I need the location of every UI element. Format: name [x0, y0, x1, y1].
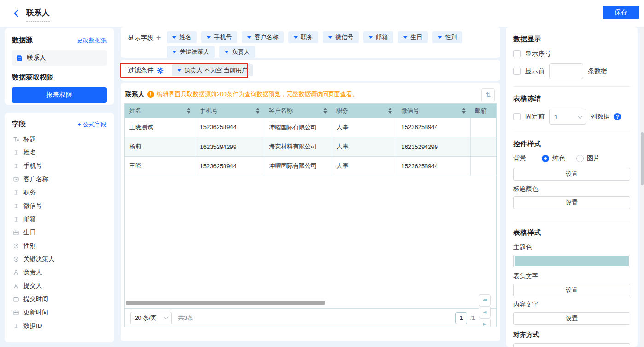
- align-select-partial[interactable]: [513, 343, 630, 347]
- filter-label: 过滤条件: [128, 66, 154, 74]
- sort-carets-icon[interactable]: [388, 108, 392, 114]
- field-item-11[interactable]: 提交人: [12, 279, 107, 292]
- column-header-3[interactable]: 职务: [332, 104, 397, 118]
- display-field-chip-3[interactable]: 职务: [288, 31, 318, 43]
- add-formula-field-link[interactable]: + 公式字段: [78, 120, 107, 129]
- text-icon: [13, 189, 19, 196]
- column-label: 客户名称: [269, 107, 293, 115]
- table-cell: 15236258944: [397, 156, 470, 176]
- field-item-5[interactable]: 微信号: [12, 199, 107, 212]
- back-icon[interactable]: [13, 9, 19, 17]
- filter-condition-chip[interactable]: 负责人 不为空 当前用户: [172, 64, 253, 76]
- column-label: 姓名: [129, 107, 141, 115]
- field-item-10[interactable]: 负责人: [12, 266, 107, 279]
- show-index-checkbox[interactable]: [513, 50, 521, 57]
- header-text-set-button[interactable]: 设置: [513, 284, 630, 296]
- report-permission-button[interactable]: 报表权限: [12, 87, 107, 103]
- save-button[interactable]: 保存: [603, 6, 639, 19]
- content-text-set-button[interactable]: 设置: [513, 312, 630, 325]
- field-item-14[interactable]: 数据ID: [12, 319, 107, 332]
- field-item-7[interactable]: 生日: [12, 226, 107, 239]
- field-item-2[interactable]: 手机号: [12, 159, 107, 172]
- field-item-label: 姓名: [23, 148, 36, 157]
- chevron-down-icon: [578, 114, 582, 119]
- display-field-chip-7[interactable]: 性别: [432, 31, 462, 43]
- title-color-set-button[interactable]: 设置: [513, 196, 630, 209]
- field-item-3[interactable]: 客户名称: [12, 172, 107, 186]
- column-header-5[interactable]: 邮箱: [470, 104, 497, 118]
- permission-title: 数据获取权限: [12, 73, 107, 82]
- chevron-down-icon: [438, 36, 442, 39]
- freeze-count-select[interactable]: 1: [549, 109, 586, 125]
- field-item-6[interactable]: 邮箱: [12, 212, 107, 226]
- display-field-chip-9[interactable]: 负责人: [219, 46, 255, 58]
- help-icon[interactable]: ?: [614, 113, 621, 120]
- sort-order-button[interactable]: ⇅: [481, 88, 495, 102]
- display-fields-panel: 显示字段+ 姓名手机号客户名称职务微信号邮箱生日性别关键决策人负责人: [121, 27, 500, 58]
- column-header-0[interactable]: 姓名: [125, 104, 195, 118]
- sort-carets-icon[interactable]: [256, 108, 259, 114]
- freeze-title: 表格冻结: [513, 94, 630, 103]
- first-page-button[interactable]: ◀◀: [479, 294, 491, 306]
- chevron-down-icon: [164, 315, 168, 319]
- page-size-select[interactable]: 20 条/页: [130, 312, 172, 324]
- current-page-input[interactable]: 1: [455, 312, 467, 324]
- display-field-chip-2[interactable]: 客户名称: [242, 31, 284, 43]
- image-radio[interactable]: [576, 155, 584, 162]
- field-item-label: 客户名称: [23, 175, 48, 183]
- show-first-count-input[interactable]: [549, 63, 583, 79]
- calendar-icon: [13, 309, 19, 316]
- column-header-2[interactable]: 客户名称: [264, 104, 332, 118]
- add-display-field-button[interactable]: +: [156, 34, 161, 41]
- field-item-label: 数据ID: [23, 322, 42, 330]
- chip-label: 手机号: [214, 33, 232, 41]
- total-count-text: 共3条: [178, 314, 193, 322]
- divider: [513, 132, 630, 132]
- sort-carets-icon[interactable]: [323, 108, 327, 114]
- chip-label: 客户名称: [254, 33, 278, 41]
- settings-panel: 数据显示 显示序号 显示前 条数据 表格冻结 固定前 1 列数据 ? 控件样式 …: [506, 27, 638, 347]
- column-header-1[interactable]: 手机号: [195, 104, 264, 118]
- change-datasource-link[interactable]: 更改数据源: [77, 36, 107, 45]
- field-item-9[interactable]: 关键决策人: [12, 252, 107, 266]
- field-item-8[interactable]: 性别: [12, 239, 107, 252]
- datasource-title: 数据源: [12, 36, 33, 45]
- column-header-4[interactable]: 微信号: [397, 104, 470, 118]
- field-item-label: 职务: [23, 188, 36, 197]
- divider: [513, 86, 630, 87]
- field-item-label: 微信号: [23, 202, 42, 210]
- theme-color-picker[interactable]: [513, 255, 630, 267]
- field-item-13[interactable]: 更新时间: [12, 306, 107, 319]
- freeze-checkbox[interactable]: [513, 113, 521, 120]
- field-item-label: 性别: [23, 242, 36, 250]
- display-fields-label: 显示字段: [128, 34, 154, 41]
- display-field-chip-6[interactable]: 生日: [398, 31, 428, 43]
- page-title: 联系人: [26, 7, 50, 22]
- gear-icon[interactable]: [157, 67, 164, 74]
- display-field-chip-4[interactable]: 微信号: [323, 31, 359, 43]
- show-first-checkbox[interactable]: [513, 68, 521, 75]
- text-icon: [13, 216, 19, 222]
- sort-carets-icon[interactable]: [462, 108, 466, 114]
- page-size-value: 20 条/页: [135, 314, 157, 322]
- prev-page-button[interactable]: ◀: [479, 306, 491, 318]
- table-cell: [470, 156, 497, 176]
- datasource-item[interactable]: 联系人: [12, 50, 107, 66]
- vertical-scrollbar-thumb[interactable]: [641, 132, 644, 185]
- chevron-down-icon: [172, 51, 176, 53]
- horizontal-scrollbar[interactable]: [126, 301, 325, 305]
- sort-carets-icon[interactable]: [187, 108, 190, 114]
- divider: [513, 221, 630, 221]
- field-item-4[interactable]: 职务: [12, 186, 107, 199]
- solid-color-radio[interactable]: [542, 155, 549, 162]
- background-set-button[interactable]: 设置: [513, 168, 630, 181]
- field-item-1[interactable]: 姓名: [12, 146, 107, 159]
- person-icon: [13, 269, 19, 276]
- display-field-chip-1[interactable]: 手机号: [201, 31, 237, 43]
- field-item-12[interactable]: 提交时间: [12, 292, 107, 306]
- next-page-button[interactable]: ▶: [479, 318, 491, 328]
- display-field-chip-8[interactable]: 关键决策人: [167, 46, 215, 58]
- field-item-0[interactable]: 标题: [12, 132, 107, 146]
- display-field-chip-0[interactable]: 姓名: [167, 31, 197, 43]
- display-field-chip-5[interactable]: 邮箱: [363, 31, 393, 43]
